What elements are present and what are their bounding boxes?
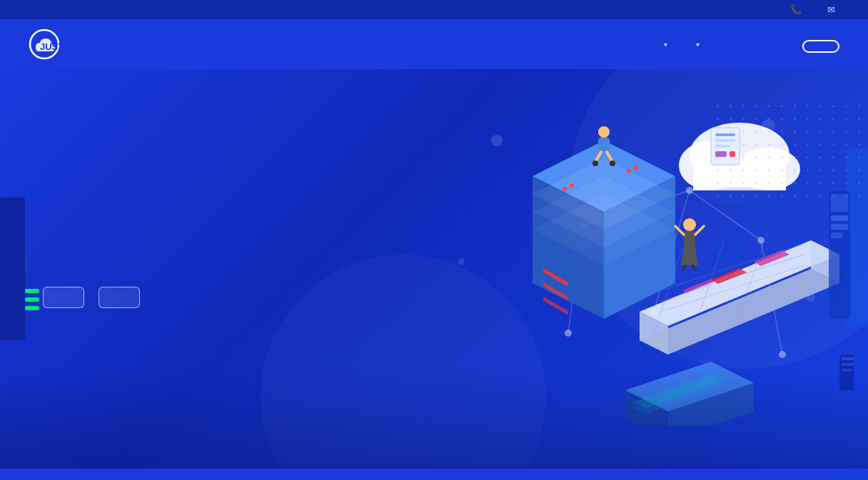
svg-line-65 [682,265,685,270]
svg-point-24 [570,183,574,188]
svg-point-14 [565,330,572,337]
svg-rect-74 [831,215,848,221]
svg-rect-79 [842,363,854,366]
topbar-phone: 📞 [790,4,806,15]
svg-line-64 [695,226,704,235]
svg-point-16 [779,351,786,358]
dots-decoration: // Generate dots const grid = document.q… [717,105,868,205]
topbar: 📞 ✉ [0,0,868,19]
svg-line-66 [692,265,695,270]
hero-buttons [43,287,140,308]
svg-point-2 [491,135,503,146]
svg-rect-76 [831,233,842,238]
svg-rect-29 [543,297,568,315]
side-decoration-left [0,198,25,340]
logo-icon: JUSTG [29,29,60,60]
chevron-down-icon: ▾ [696,41,700,48]
phone-icon: 📞 [790,4,802,15]
svg-rect-75 [831,224,848,230]
nav-item-resources[interactable]: ▾ [693,41,700,48]
nav-link-services[interactable]: ▾ [661,41,667,48]
svg-point-12 [686,187,693,194]
hero-section: // Generate dots const grid = document.q… [0,69,868,469]
logo[interactable]: JUSTG [29,29,60,60]
nav-item-services[interactable]: ▾ [661,41,667,48]
hero-content [43,230,140,308]
svg-marker-62 [681,247,698,265]
nav-item-register[interactable] [802,36,839,53]
topbar-email: ✉ [827,4,839,15]
register-button[interactable] [802,40,839,53]
south-africa-server-button[interactable] [43,287,84,308]
svg-text:JUSTG: JUSTG [40,41,60,52]
russia-moscow-server-button[interactable] [99,287,140,308]
svg-rect-80 [842,369,852,372]
svg-point-30 [598,126,610,138]
chevron-down-icon: ▾ [664,41,667,48]
svg-point-34 [592,160,598,166]
email-icon: ✉ [827,4,835,15]
svg-point-25 [627,169,631,173]
svg-point-60 [683,218,696,231]
svg-rect-78 [842,357,854,360]
accent-green-lines [25,289,39,310]
nav-link-resources[interactable]: ▾ [693,41,700,48]
svg-point-23 [562,187,567,191]
navbar: JUSTG ▾ ▾ [0,19,868,69]
svg-rect-61 [684,231,695,247]
svg-point-35 [610,160,615,166]
svg-rect-31 [598,138,610,152]
nav-links: ▾ ▾ [661,36,839,53]
svg-point-26 [634,165,638,170]
svg-point-5 [458,258,465,265]
